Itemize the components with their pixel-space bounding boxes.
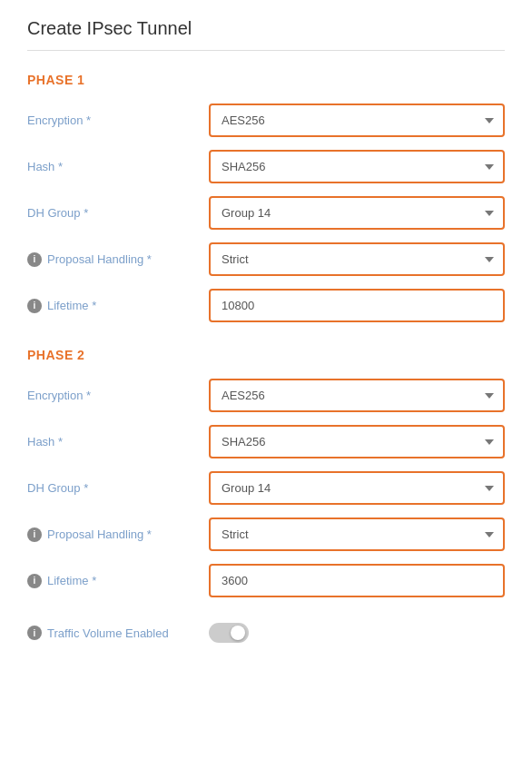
phase1-title: PHASE 1 (27, 73, 505, 87)
p2-control-4 (209, 564, 505, 597)
p2-row-1: Hash *SHA256SHA1MD5 (27, 425, 505, 458)
p1-row-1: Hash *SHA256SHA1MD5 (27, 150, 505, 183)
p2-encryption-select[interactable]: AES256AES1283DES (209, 379, 505, 412)
p1-row-3: iProposal Handling *StrictObeyClaimNever (27, 242, 505, 276)
p2-row-3: iProposal Handling *StrictObeyClaimNever (27, 518, 505, 551)
p2-lifetime-input[interactable] (209, 564, 505, 597)
p2-label-1: Hash * (27, 435, 209, 448)
phase1-section: PHASE 1 Encryption *AES256AES1283DESHash… (27, 73, 505, 322)
page-title: Create IPsec Tunnel (27, 18, 505, 39)
p1-row-2: DH Group *Group 14Group 2Group 5 (27, 196, 505, 230)
p2-select-wrapper-2: Group 14Group 2Group 5 (209, 471, 505, 505)
p1-row-4: iLifetime * (27, 289, 505, 322)
p1-info-icon-3[interactable]: i (27, 252, 42, 267)
toggle-thumb (231, 626, 245, 640)
p2-select-wrapper-1: SHA256SHA1MD5 (209, 425, 505, 458)
p2-info-icon-3[interactable]: i (27, 527, 42, 542)
p2-proposal-select[interactable]: StrictObeyClaimNever (209, 518, 505, 551)
traffic-volume-toggle[interactable] (209, 623, 249, 643)
p1-info-icon-4[interactable]: i (27, 299, 42, 313)
p1-select-wrapper-2: Group 14Group 2Group 5 (209, 196, 505, 230)
phase2-title: PHASE 2 (27, 348, 505, 362)
p2-control-3: StrictObeyClaimNever (209, 518, 505, 551)
p2-row-4: iLifetime * (27, 564, 505, 597)
p1-lifetime-input[interactable] (209, 289, 505, 322)
p2-label-0: Encryption * (27, 389, 209, 402)
traffic-volume-label: i Traffic Volume Enabled (27, 626, 209, 640)
p2-control-2: Group 14Group 2Group 5 (209, 471, 505, 505)
p1-label-2: DH Group * (27, 206, 209, 220)
p2-select-wrapper-3: StrictObeyClaimNever (209, 518, 505, 551)
p1-control-4 (209, 289, 505, 322)
p1-control-3: StrictObeyClaimNever (209, 242, 505, 276)
p2-hash-select[interactable]: SHA256SHA1MD5 (209, 425, 505, 458)
p1-label-3: iProposal Handling * (27, 252, 209, 267)
traffic-volume-info-icon[interactable]: i (27, 626, 42, 640)
p1-label-1: Hash * (27, 160, 209, 173)
p1-label-0: Encryption * (27, 113, 209, 127)
p2-row-2: DH Group *Group 14Group 2Group 5 (27, 471, 505, 505)
p1-select-wrapper-3: StrictObeyClaimNever (209, 242, 505, 276)
p1-dhgroup-select[interactable]: Group 14Group 2Group 5 (209, 196, 505, 230)
p2-control-1: SHA256SHA1MD5 (209, 425, 505, 458)
p2-label-4: iLifetime * (27, 574, 209, 588)
traffic-volume-control (209, 623, 505, 643)
p1-row-0: Encryption *AES256AES1283DES (27, 104, 505, 137)
p2-info-icon-4[interactable]: i (27, 574, 42, 588)
p2-row-0: Encryption *AES256AES1283DES (27, 379, 505, 412)
p1-hash-select[interactable]: SHA256SHA1MD5 (209, 150, 505, 183)
p2-select-wrapper-0: AES256AES1283DES (209, 379, 505, 412)
p2-dhgroup-select[interactable]: Group 14Group 2Group 5 (209, 471, 505, 505)
p1-label-4: iLifetime * (27, 299, 209, 313)
p1-select-wrapper-0: AES256AES1283DES (209, 104, 505, 137)
toggle-track (209, 623, 249, 643)
p2-label-3: iProposal Handling * (27, 527, 209, 542)
p1-control-0: AES256AES1283DES (209, 104, 505, 137)
phase2-section: PHASE 2 Encryption *AES256AES1283DESHash… (27, 348, 505, 597)
p1-select-wrapper-1: SHA256SHA1MD5 (209, 150, 505, 183)
traffic-volume-row: i Traffic Volume Enabled (27, 623, 505, 643)
p2-label-2: DH Group * (27, 481, 209, 495)
p2-control-0: AES256AES1283DES (209, 379, 505, 412)
p1-control-2: Group 14Group 2Group 5 (209, 196, 505, 230)
p1-proposal-select[interactable]: StrictObeyClaimNever (209, 242, 505, 276)
p1-control-1: SHA256SHA1MD5 (209, 150, 505, 183)
p1-encryption-select[interactable]: AES256AES1283DES (209, 104, 505, 137)
